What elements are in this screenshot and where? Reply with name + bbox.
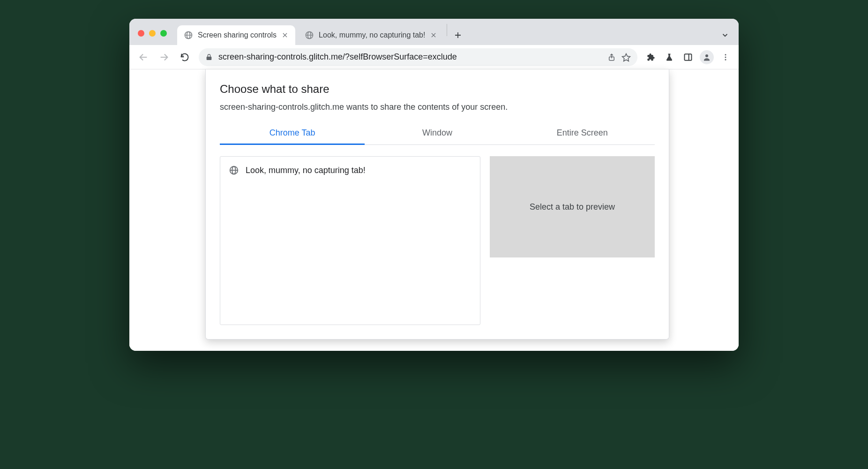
lock-icon (205, 53, 213, 61)
svg-point-18 (705, 54, 708, 57)
bookmark-star-icon[interactable] (621, 53, 631, 62)
dialog-tab-entire-screen[interactable]: Entire Screen (510, 123, 655, 144)
tab-title: Look, mummy, no capturing tab! (319, 31, 425, 39)
screen-share-dialog: Choose what to share screen-sharing-cont… (205, 69, 669, 340)
dialog-tab-bar: Chrome Tab Window Entire Screen (220, 123, 655, 145)
dialog-subtitle: screen-sharing-controls.glitch.me wants … (220, 102, 655, 112)
browser-tab-active[interactable]: Screen sharing controls (177, 25, 295, 45)
new-tab-button[interactable] (450, 27, 466, 43)
close-window-button[interactable] (138, 30, 144, 37)
globe-icon (305, 30, 314, 40)
tab-list-item-title: Look, mummy, no capturing tab! (246, 166, 366, 175)
kebab-menu-icon[interactable] (717, 49, 734, 66)
globe-icon (229, 165, 239, 175)
globe-icon (184, 30, 193, 40)
svg-marker-15 (622, 53, 630, 61)
back-button[interactable] (134, 48, 153, 67)
reload-button[interactable] (175, 48, 194, 67)
tab-divider (447, 24, 447, 36)
share-icon[interactable] (607, 53, 616, 61)
window-controls (138, 30, 174, 45)
dialog-title: Choose what to share (220, 83, 655, 96)
preview-placeholder-text: Select a tab to preview (530, 202, 615, 212)
minimize-window-button[interactable] (149, 30, 156, 37)
close-tab-icon[interactable] (281, 31, 289, 39)
preview-pane: Select a tab to preview (490, 156, 655, 325)
tab-title: Screen sharing controls (198, 31, 277, 39)
dialog-tab-window[interactable]: Window (365, 123, 509, 144)
tab-list-item[interactable]: Look, mummy, no capturing tab! (229, 163, 471, 177)
forward-button[interactable] (155, 48, 173, 67)
maximize-window-button[interactable] (160, 30, 167, 37)
svg-point-21 (725, 59, 726, 60)
side-panel-icon[interactable] (680, 49, 696, 66)
extensions-puzzle-icon[interactable] (642, 49, 659, 66)
tab-search-chevron-icon[interactable] (718, 28, 732, 42)
preview-placeholder: Select a tab to preview (490, 156, 655, 257)
address-bar[interactable]: screen-sharing-controls.glitch.me/?selfB… (199, 48, 637, 66)
browser-tab-inactive[interactable]: Look, mummy, no capturing tab! (298, 25, 444, 45)
svg-point-19 (725, 54, 726, 55)
url-text: screen-sharing-controls.glitch.me/?selfB… (218, 52, 602, 62)
tab-strip: Screen sharing controls Look, mummy, no … (129, 19, 739, 45)
close-tab-icon[interactable] (430, 31, 437, 39)
labs-flask-icon[interactable] (661, 49, 678, 66)
profile-avatar[interactable] (698, 49, 715, 66)
dialog-tab-chrome-tab[interactable]: Chrome Tab (220, 123, 365, 144)
page-content: Choose what to share screen-sharing-cont… (129, 69, 739, 351)
svg-rect-16 (685, 54, 692, 60)
tab-list-panel: Look, mummy, no capturing tab! (220, 156, 480, 325)
browser-window: Screen sharing controls Look, mummy, no … (129, 19, 739, 351)
toolbar: screen-sharing-controls.glitch.me/?selfB… (129, 45, 739, 69)
svg-point-20 (725, 56, 726, 58)
